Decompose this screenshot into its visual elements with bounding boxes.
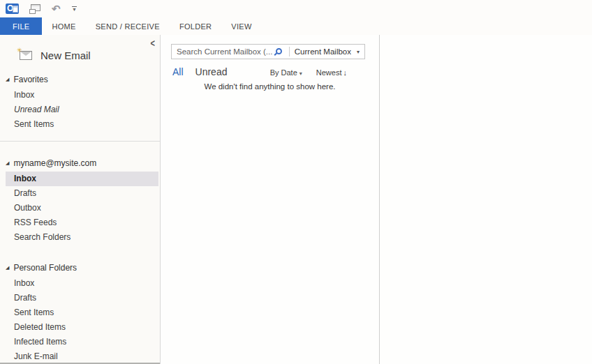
sidebar-item-outbox[interactable]: Outbox xyxy=(6,201,158,215)
chevron-down-icon[interactable]: ▾ xyxy=(357,49,360,55)
folder-sections: ◢FavoritesInboxUnread MailSent Items◢myn… xyxy=(0,70,160,364)
search-icon[interactable] xyxy=(276,48,282,54)
main-area: < ✳ New Email ◢FavoritesInboxUnread Mail… xyxy=(0,35,592,364)
sidebar-item-drafts[interactable]: Drafts xyxy=(6,291,158,305)
sidebar-divider xyxy=(0,141,160,142)
undo-icon[interactable]: ↶ xyxy=(52,3,61,14)
sidebar-item-drafts[interactable]: Drafts xyxy=(6,186,158,201)
sidebar-section-title: Favorites xyxy=(13,75,47,84)
sidebar-item-unread-mail[interactable]: Unread Mail xyxy=(6,103,158,117)
tab-send-receive[interactable]: SEND / RECEIVE xyxy=(86,17,170,35)
sidebar-item-infected-items[interactable]: Infected Items xyxy=(6,335,158,349)
message-list-pane: Search Current Mailbox (... Current Mail… xyxy=(161,35,380,364)
sidebar-item-search-folders[interactable]: Search Folders xyxy=(6,230,158,245)
filter-row: All Unread By Date▾ Newest↓ xyxy=(161,66,379,77)
sidebar-section: ◢Personal FoldersInboxDraftsSent ItemsDe… xyxy=(0,259,160,364)
expand-triangle-icon[interactable]: ◢ xyxy=(6,265,9,270)
expand-triangle-icon[interactable]: ◢ xyxy=(6,160,9,165)
sidebar-section-header-myname-mysite-com[interactable]: ◢myname@mysite.com xyxy=(0,154,160,172)
new-email-button[interactable]: ✳ New Email xyxy=(0,45,160,65)
tab-file[interactable]: FILE xyxy=(0,17,42,35)
sidebar-item-inbox[interactable]: Inbox xyxy=(6,88,158,103)
sidebar-section-header-favorites[interactable]: ◢Favorites xyxy=(0,70,160,88)
search-scope-separator xyxy=(289,47,290,56)
outlook-app-icon[interactable]: O xyxy=(6,3,19,14)
sidebar-section: ◢myname@mysite.comInboxDraftsOutboxRSS F… xyxy=(0,154,160,245)
search-row: Search Current Mailbox (... Current Mail… xyxy=(161,35,379,59)
customize-qat-icon[interactable]: ▼ xyxy=(71,6,78,12)
expand-triangle-icon[interactable]: ◢ xyxy=(6,77,9,82)
sidebar-item-inbox[interactable]: Inbox xyxy=(6,276,158,291)
filter-unread-tab[interactable]: Unread xyxy=(195,66,228,77)
folder-pane: < ✳ New Email ◢FavoritesInboxUnread Mail… xyxy=(0,35,161,364)
sidebar-section-header-personal-folders[interactable]: ◢Personal Folders xyxy=(0,259,160,276)
search-box[interactable]: Search Current Mailbox (... Current Mail… xyxy=(171,44,365,59)
sidebar-item-inbox[interactable]: Inbox xyxy=(6,172,158,186)
tab-folder[interactable]: FOLDER xyxy=(170,17,221,35)
sort-order-toggle[interactable]: Newest↓ xyxy=(316,68,347,77)
new-email-label: New Email xyxy=(40,50,91,61)
sidebar-item-rss-feeds[interactable]: RSS Feeds xyxy=(6,215,158,230)
sort-by-dropdown[interactable]: By Date▾ xyxy=(270,68,302,77)
sparkle-icon: ✳ xyxy=(17,47,22,54)
arrow-down-icon: ↓ xyxy=(343,68,348,77)
sidebar-item-sent-items[interactable]: Sent Items xyxy=(6,305,158,320)
tab-view[interactable]: VIEW xyxy=(221,17,261,35)
filter-all-tab[interactable]: All xyxy=(172,66,184,77)
sidebar-item-sent-items[interactable]: Sent Items xyxy=(6,117,158,132)
search-input[interactable]: Search Current Mailbox (... xyxy=(177,47,274,56)
chevron-down-icon: ▾ xyxy=(299,70,302,77)
search-scope-dropdown[interactable]: Current Mailbox xyxy=(295,47,351,56)
sidebar-section: ◢FavoritesInboxUnread MailSent Items xyxy=(0,70,160,132)
tab-home[interactable]: HOME xyxy=(42,17,85,35)
sidebar-item-junk-e-mail[interactable]: Junk E-mail xyxy=(6,349,158,364)
collapse-folder-pane-icon[interactable]: < xyxy=(151,38,155,49)
new-email-icon: ✳ xyxy=(20,51,32,60)
title-bar: O ↶ ▼ xyxy=(0,0,592,17)
sidebar-section-title: Personal Folders xyxy=(13,263,77,273)
sidebar-section-title: myname@mysite.com xyxy=(13,158,96,168)
ribbon-tab-bar: FILEHOMESEND / RECEIVEFOLDERVIEW xyxy=(0,17,592,35)
outlook-logo-page xyxy=(13,6,18,13)
empty-list-message: We didn't find anything to show here. xyxy=(161,82,379,91)
send-receive-icon[interactable] xyxy=(29,4,41,14)
sidebar-item-deleted-items[interactable]: Deleted Items xyxy=(6,320,158,335)
reading-pane xyxy=(380,35,592,364)
